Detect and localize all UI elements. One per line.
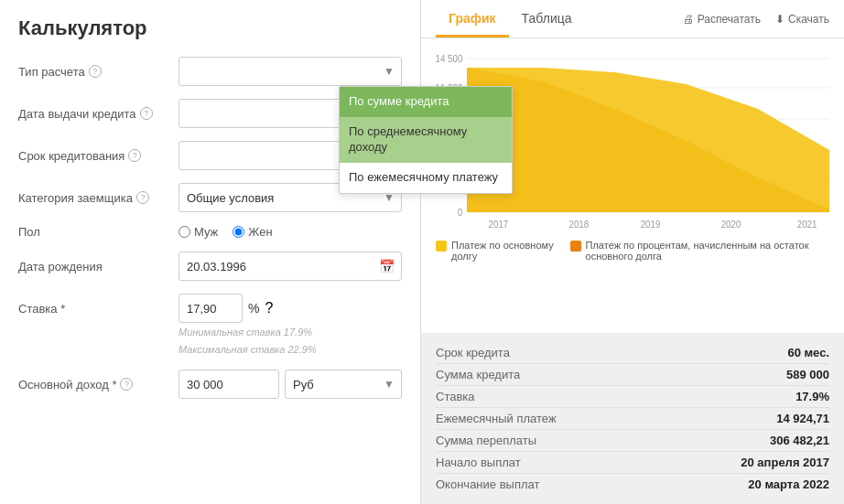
legend-interest: Платеж по процентам, начисленным на оста… [570,240,829,262]
gender-radio-group: Муж Жен [179,225,273,239]
type-option-1[interactable]: По сумме кредита [340,87,512,117]
svg-text:0: 0 [458,208,463,218]
summary-row-4: Сумма переплаты 306 482,21 [436,430,829,452]
tabs-bar: График Таблица 🖨 Распечатать ⬇ Скачать [421,0,844,38]
download-icon: ⬇ [775,13,784,26]
rate-controls: % ? [179,294,402,323]
type-option-3[interactable]: По ежемесячному платежу [340,163,512,193]
rate-help-icon[interactable]: ? [265,300,273,316]
svg-text:2020: 2020 [721,220,741,230]
currency-select[interactable]: Руб [285,370,402,399]
print-icon: 🖨 [683,13,694,26]
dob-label: Дата рождения [18,260,179,273]
gender-female-label[interactable]: Жен [233,225,272,239]
svg-text:2017: 2017 [489,220,509,230]
date-help-icon[interactable]: ? [140,107,153,120]
gender-male-label[interactable]: Муж [179,225,218,239]
summary-row-5: Начало выплат 20 апреля 2017 [436,452,829,474]
income-row: Основной доход * ? Руб ▼ [18,370,402,399]
legend-interest-dot [570,241,581,252]
income-input[interactable] [179,370,279,399]
rate-max-hint: Максимальная ставка 22.9% [179,342,402,358]
gender-row: Пол Муж Жен [18,225,402,239]
income-controls: Руб ▼ [179,370,402,399]
right-panel: График Таблица 🖨 Распечатать ⬇ Скачать 1… [421,0,844,504]
category-help-icon[interactable]: ? [136,191,149,204]
dob-input[interactable] [179,252,402,281]
type-help-icon[interactable]: ? [89,65,102,78]
tabs-actions: 🖨 Распечатать ⬇ Скачать [683,13,829,26]
rate-label: Ставка * [18,302,179,316]
type-select[interactable] [179,57,402,86]
summary-row-3: Ежемесячный платеж 14 924,71 [436,408,829,430]
calculator-panel: Калькулятор Тип расчета ? ▼ По сумме кре… [0,0,421,504]
term-label: Срок кредитования ? [18,149,179,163]
summary-row-6: Окончание выплат 20 марта 2022 [436,474,829,495]
type-row: Тип расчета ? ▼ По сумме кредита По сред… [18,57,402,86]
svg-text:14 500: 14 500 [436,54,463,64]
income-label: Основной доход * ? [18,378,179,391]
print-button[interactable]: 🖨 Распечатать [683,13,761,26]
legend-principal-dot [436,241,447,252]
svg-text:2018: 2018 [569,220,590,230]
chart-legend: Платеж по основному долгу Платеж по проц… [436,240,829,262]
rate-symbol: % [248,301,259,316]
type-label: Тип расчета ? [18,65,179,79]
dob-input-wrapper: 📅 [179,252,402,281]
income-help-icon[interactable]: ? [120,378,133,391]
svg-text:2019: 2019 [641,220,661,230]
rate-min-hint: Минимальная ставка 17.9% [179,325,402,340]
summary-table: Срок кредита 60 мес. Сумма кредита 589 0… [421,333,844,504]
gender-male-radio[interactable] [179,226,190,238]
rate-input[interactable] [179,294,243,323]
tab-table[interactable]: Таблица [509,2,585,38]
summary-row-2: Ставка 17.9% [436,386,829,408]
gender-label: Пол [18,225,179,239]
type-select-wrapper: ▼ По сумме кредита По среднемесячному до… [179,57,402,86]
category-label: Категория заемщика ? [18,191,179,205]
tab-chart[interactable]: График [436,2,509,38]
currency-select-wrapper: Руб ▼ [285,370,402,399]
legend-principal: Платеж по основному долгу [436,240,556,262]
rate-hints: Минимальная ставка 17.9% Максимальная ст… [18,323,402,357]
term-help-icon[interactable]: ? [128,149,141,162]
type-option-2[interactable]: По среднемесячному доходу [340,117,512,163]
summary-row-1: Сумма кредита 589 000 [436,364,829,386]
dob-row: Дата рождения 📅 [18,252,402,281]
page-title: Калькулятор [18,16,402,40]
summary-row-0: Срок кредита 60 мес. [436,342,829,364]
gender-female-radio[interactable] [233,226,244,238]
type-dropdown: По сумме кредита По среднемесячному дохо… [339,86,513,194]
svg-marker-13 [467,68,829,212]
svg-text:2021: 2021 [797,220,817,230]
date-label: Дата выдачи кредита ? [18,107,179,121]
rate-row: Ставка * % ? Минимальная ставка 17.9% Ма… [18,294,402,357]
download-button[interactable]: ⬇ Скачать [775,13,829,26]
